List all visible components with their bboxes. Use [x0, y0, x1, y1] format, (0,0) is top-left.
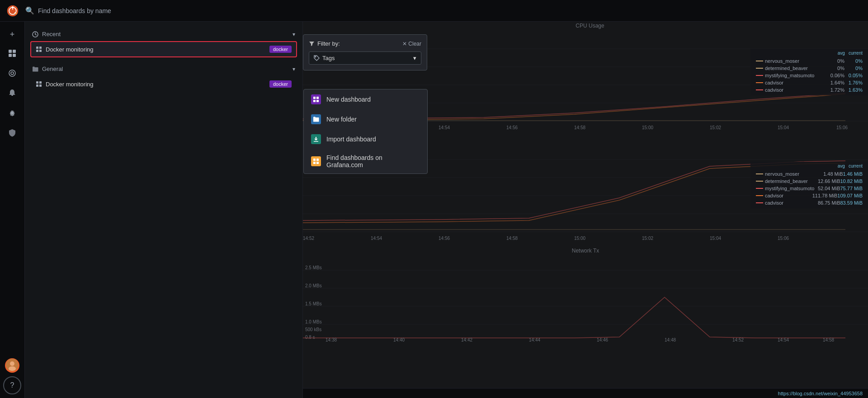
- tag-icon: [314, 55, 320, 61]
- svg-text:14:52: 14:52: [303, 236, 314, 241]
- svg-text:14:56: 14:56: [439, 236, 450, 241]
- svg-text:14:38: 14:38: [326, 337, 337, 342]
- general-item-name: Docker monitoring: [46, 81, 94, 88]
- svg-point-15: [9, 366, 16, 371]
- sidebar: +: [0, 22, 25, 398]
- sidebar-item-shield[interactable]: [3, 125, 21, 143]
- avg-label: avg: [838, 51, 845, 56]
- explore-icon: [8, 69, 16, 80]
- svg-rect-22: [39, 81, 42, 84]
- svg-text:14:46: 14:46: [597, 337, 608, 342]
- main-layout: +: [0, 22, 868, 398]
- svg-point-14: [10, 361, 14, 366]
- import-dashboard-menu-item[interactable]: Import dashboard: [304, 129, 427, 149]
- legend-name-1: nervous_moser: [765, 58, 799, 64]
- alerting-icon: [8, 89, 16, 99]
- docker-tag-badge-general: docker: [269, 80, 292, 88]
- svg-text:1.5 MBs: 1.5 MBs: [305, 301, 322, 306]
- svg-rect-24: [39, 84, 42, 87]
- svg-text:14:54: 14:54: [371, 236, 382, 241]
- svg-rect-79: [316, 162, 319, 164]
- sidebar-item-create[interactable]: +: [3, 25, 21, 43]
- legend-row-3: mystifying_matsumoto 0.06% 0.05%: [752, 72, 866, 79]
- sidebar-item-config[interactable]: [3, 105, 21, 123]
- legend-color-3: [756, 75, 763, 76]
- find-grafana-icon: [311, 156, 321, 166]
- filter-label-text: Filter by:: [317, 40, 340, 47]
- svg-rect-7: [13, 50, 16, 53]
- svg-text:14:40: 14:40: [393, 337, 405, 342]
- dashboard-item-recent-docker[interactable]: Docker monitoring docker: [30, 41, 297, 57]
- legend-avg-4: 1.64%: [826, 80, 844, 85]
- recent-item-name: Docker monitoring: [46, 46, 94, 53]
- svg-text:15:02: 15:02: [642, 236, 653, 241]
- svg-point-11: [11, 72, 14, 75]
- dashboard-item-general-docker[interactable]: Docker monitoring docker: [30, 76, 297, 92]
- sidebar-item-explore[interactable]: [3, 65, 21, 83]
- new-dashboard-label: New dashboard: [326, 96, 371, 103]
- legend-name-2: determined_beaver: [765, 66, 808, 71]
- legend-avg-1: 0%: [826, 58, 844, 64]
- general-section-header[interactable]: General ▾: [30, 62, 297, 76]
- svg-rect-9: [13, 54, 16, 57]
- svg-rect-18: [39, 47, 42, 49]
- svg-rect-6: [9, 50, 12, 53]
- dashboard-search-panel: Recent ▾ Docker monitoring docker: [25, 22, 303, 398]
- svg-text:14:58: 14:58: [574, 125, 585, 130]
- plus-icon: +: [10, 30, 15, 39]
- find-grafana-label: Find dashboards on Grafana.com: [326, 154, 420, 169]
- create-dropdown-menu: New dashboard New folder: [303, 89, 428, 174]
- import-dashboard-icon: [311, 134, 321, 144]
- legend-row-1: nervous_moser 0% 0%: [752, 57, 866, 65]
- legend-avg-3: 0.06%: [826, 73, 844, 78]
- sidebar-help-button[interactable]: ?: [3, 376, 21, 394]
- grafana-logo[interactable]: [5, 4, 20, 18]
- topbar-search[interactable]: 🔍 Find dashboards by name: [25, 6, 111, 15]
- docker-tag-badge-recent: docker: [269, 46, 292, 53]
- dashboards-icon: [8, 49, 16, 60]
- svg-text:15:00: 15:00: [642, 125, 653, 130]
- recent-collapse-icon: ▾: [292, 31, 295, 37]
- search-placeholder: Find dashboards by name: [38, 7, 111, 14]
- help-icon: ?: [10, 381, 14, 389]
- find-grafana-menu-item[interactable]: Find dashboards on Grafana.com: [304, 149, 427, 173]
- clear-filter-button[interactable]: ✕ Clear: [402, 41, 421, 47]
- legend-color-2: [756, 68, 763, 69]
- clock-icon: [32, 31, 38, 37]
- svg-rect-20: [39, 50, 42, 52]
- recent-section-label: Recent: [42, 31, 61, 37]
- status-url: https://blog.csdn.net/weixin_44953658: [778, 391, 863, 396]
- new-folder-menu-item[interactable]: New folder: [304, 109, 427, 129]
- general-collapse-icon: ▾: [292, 66, 295, 72]
- content-area: CPU Usage 14:52 14:54 14:56 14:58 15:00: [303, 22, 868, 398]
- svg-text:15:02: 15:02: [710, 125, 721, 130]
- svg-text:14:56: 14:56: [506, 125, 518, 130]
- legend-cur-3: 0.05%: [844, 73, 863, 78]
- svg-text:14:58: 14:58: [823, 337, 834, 342]
- new-folder-icon: [311, 114, 321, 124]
- svg-text:14:54: 14:54: [778, 337, 789, 342]
- svg-rect-8: [9, 54, 12, 57]
- cpu-legend: avg current nervous_moser 0% 0% determin…: [750, 49, 868, 95]
- legend-cur-5: 1.63%: [844, 87, 863, 93]
- sidebar-item-alerting[interactable]: [3, 85, 21, 103]
- tags-dropdown[interactable]: Tags ▾: [309, 52, 421, 65]
- legend-row-2: determined_beaver 0% 0%: [752, 65, 866, 72]
- shield-icon: [8, 129, 16, 139]
- svg-text:14:42: 14:42: [461, 337, 472, 342]
- user-avatar[interactable]: [5, 358, 19, 373]
- recent-section-header[interactable]: Recent ▾: [30, 27, 297, 41]
- sidebar-item-dashboards[interactable]: [3, 45, 21, 63]
- legend-color-1: [756, 61, 763, 61]
- mem-legend-row-1: nervous_moser 1.48 MiB 1.46 MiB: [752, 170, 866, 178]
- legend-avg-2: 0%: [826, 66, 844, 71]
- svg-rect-23: [36, 84, 38, 87]
- svg-text:2.0 MBs: 2.0 MBs: [305, 283, 322, 288]
- svg-rect-72: [316, 97, 319, 99]
- svg-point-70: [315, 56, 316, 57]
- svg-text:1.0 MBs: 1.0 MBs: [305, 319, 322, 324]
- mem-legend-row-4: cadvisor 111.78 MiB 109.07 MiB: [752, 192, 866, 199]
- svg-rect-74: [316, 100, 319, 102]
- new-dashboard-menu-item[interactable]: New dashboard: [304, 89, 427, 109]
- svg-text:15:06: 15:06: [778, 236, 789, 241]
